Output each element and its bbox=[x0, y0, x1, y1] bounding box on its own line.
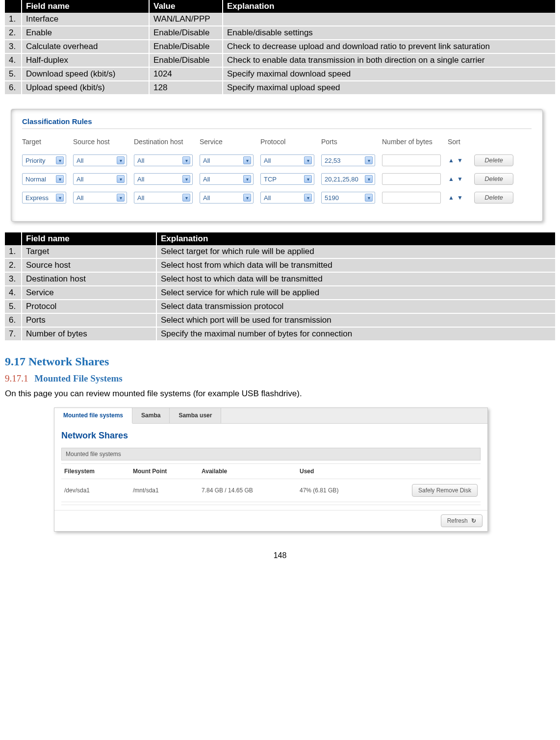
refresh-label: Refresh bbox=[447, 517, 468, 524]
target-select[interactable]: Normal▾ bbox=[22, 173, 66, 185]
dest-host-select[interactable]: All▾ bbox=[134, 154, 193, 166]
ns-table: Filesystem Mount Point Available Used /d… bbox=[61, 463, 481, 505]
refresh-icon: ↻ bbox=[471, 517, 476, 524]
row-field: Upload speed (kbit/s) bbox=[22, 81, 149, 95]
select-value: All bbox=[137, 194, 144, 202]
sort-down-icon[interactable]: ▼ bbox=[457, 193, 463, 202]
row-value: 1024 bbox=[149, 67, 223, 81]
chevron-down-icon: ▾ bbox=[56, 156, 64, 164]
table-row: 6.PortsSelect which port will be used fo… bbox=[5, 313, 555, 327]
select-value: All bbox=[264, 157, 271, 164]
t1-hdr-field: Field name bbox=[22, 0, 149, 13]
row-num: 5. bbox=[5, 67, 22, 81]
row-value: Enable/Disable bbox=[149, 40, 223, 53]
protocol-select[interactable]: All▾ bbox=[260, 192, 314, 204]
select-value: All bbox=[264, 194, 271, 202]
sort-down-icon[interactable]: ▼ bbox=[457, 175, 463, 183]
row-num: 1. bbox=[5, 13, 22, 26]
service-select[interactable]: All▾ bbox=[200, 154, 254, 166]
network-shares-panel: Mounted file systems Samba Samba user Ne… bbox=[54, 408, 488, 532]
bytes-input[interactable] bbox=[382, 154, 441, 166]
sort-up-icon[interactable]: ▲ bbox=[448, 175, 455, 183]
t2-hdr-num bbox=[5, 232, 22, 245]
row-expl: Specify maximal upload speed bbox=[223, 81, 555, 95]
row-expl: Check to decrease upload and download ra… bbox=[223, 40, 555, 53]
row-expl: Select host from which data will be tran… bbox=[156, 258, 555, 272]
row-expl: Specify maximal download speed bbox=[223, 67, 555, 81]
tab-samba-user[interactable]: Samba user bbox=[170, 408, 221, 423]
chevron-down-icon: ▾ bbox=[243, 156, 251, 164]
row-expl: Select host to which data will be transm… bbox=[156, 272, 555, 286]
ns-col-used: Used bbox=[297, 464, 375, 479]
row-value: WAN/LAN/PPP bbox=[149, 13, 223, 26]
service-select[interactable]: All▾ bbox=[200, 173, 254, 185]
refresh-button[interactable]: Refresh ↻ bbox=[441, 514, 483, 527]
dest-host-select[interactable]: All▾ bbox=[134, 192, 193, 204]
ns-col-mp: Mount Point bbox=[130, 464, 199, 479]
t1-hdr-value: Value bbox=[149, 0, 223, 13]
chevron-down-icon: ▾ bbox=[56, 175, 64, 183]
select-value: 5190 bbox=[325, 194, 339, 202]
row-field: Half-duplex bbox=[22, 53, 149, 67]
select-value: Express bbox=[25, 194, 49, 202]
ns-title: Network Shares bbox=[61, 431, 481, 441]
panel-title: Classification Rules bbox=[22, 109, 532, 129]
protocol-select[interactable]: TCP▾ bbox=[260, 173, 314, 185]
row-num: 3. bbox=[5, 40, 22, 53]
source-host-select[interactable]: All▾ bbox=[73, 154, 127, 166]
delete-button[interactable]: Delete bbox=[474, 173, 513, 185]
spec-table-1: Field name Value Explanation 1.Interface… bbox=[5, 0, 555, 95]
delete-button[interactable]: Delete bbox=[474, 192, 513, 204]
chevron-down-icon: ▾ bbox=[182, 156, 190, 164]
sort-down-icon[interactable]: ▼ bbox=[457, 156, 463, 165]
row-field: Enable bbox=[22, 26, 149, 40]
hdr-ports: Ports bbox=[321, 138, 375, 146]
source-host-select[interactable]: All▾ bbox=[73, 173, 127, 185]
sort-up-icon[interactable]: ▲ bbox=[448, 156, 455, 165]
row-num: 3. bbox=[5, 272, 22, 286]
target-select[interactable]: Express▾ bbox=[22, 192, 66, 204]
sort-up-icon[interactable]: ▲ bbox=[448, 193, 455, 202]
chevron-down-icon: ▾ bbox=[365, 156, 373, 164]
row-field: Protocol bbox=[22, 300, 156, 313]
ports-select[interactable]: 22,53▾ bbox=[321, 154, 375, 166]
chevron-down-icon: ▾ bbox=[304, 194, 312, 202]
subsection-title: Mounted File Systems bbox=[34, 373, 122, 383]
ports-select[interactable]: 20,21,25,80▾ bbox=[321, 173, 375, 185]
page-number: 148 bbox=[5, 551, 555, 560]
tab-mounted-fs[interactable]: Mounted file systems bbox=[54, 408, 132, 424]
hdr-dhost: Destination host bbox=[134, 138, 193, 146]
ns-tabs: Mounted file systems Samba Samba user bbox=[54, 408, 487, 424]
table-row: 5.Download speed (kbit/s)1024Specify max… bbox=[5, 67, 555, 81]
body-text: On this page you can review mounted file… bbox=[5, 389, 555, 399]
row-expl: Specify the maximal number of bytes for … bbox=[156, 327, 555, 341]
table-row: 1.InterfaceWAN/LAN/PPP bbox=[5, 13, 555, 26]
row-field: Interface bbox=[22, 13, 149, 26]
target-select[interactable]: Priority▾ bbox=[22, 154, 66, 166]
service-select[interactable]: All▾ bbox=[200, 192, 254, 204]
rule-row: Normal▾All▾All▾All▾TCP▾20,21,25,80▾ ▲ ▼ … bbox=[22, 173, 532, 185]
ports-select[interactable]: 5190▾ bbox=[321, 192, 375, 204]
chevron-down-icon: ▾ bbox=[304, 156, 312, 164]
bytes-input[interactable] bbox=[382, 192, 441, 204]
table-row: 2.EnableEnable/DisableEnable/disable set… bbox=[5, 26, 555, 40]
row-num: 6. bbox=[5, 81, 22, 95]
table-row: 2.Source hostSelect host from which data… bbox=[5, 258, 555, 272]
subsection-heading: 9.17.1 Mounted File Systems bbox=[5, 373, 555, 384]
safely-remove-button[interactable]: Safely Remove Disk bbox=[412, 484, 478, 497]
row-num: 2. bbox=[5, 26, 22, 40]
hdr-shost: Source host bbox=[73, 138, 127, 146]
bytes-input[interactable] bbox=[382, 173, 441, 185]
protocol-select[interactable]: All▾ bbox=[260, 154, 314, 166]
chevron-down-icon: ▾ bbox=[365, 175, 373, 183]
row-field: Number of bytes bbox=[22, 327, 156, 341]
table-row: 3.Calculate overheadEnable/DisableCheck … bbox=[5, 40, 555, 53]
chevron-down-icon: ▾ bbox=[182, 194, 190, 202]
row-field: Service bbox=[22, 286, 156, 300]
dest-host-select[interactable]: All▾ bbox=[134, 173, 193, 185]
chevron-down-icon: ▾ bbox=[243, 175, 251, 183]
t1-hdr-expl: Explanation bbox=[223, 0, 555, 13]
delete-button[interactable]: Delete bbox=[474, 154, 513, 166]
source-host-select[interactable]: All▾ bbox=[73, 192, 127, 204]
tab-samba[interactable]: Samba bbox=[132, 408, 170, 423]
